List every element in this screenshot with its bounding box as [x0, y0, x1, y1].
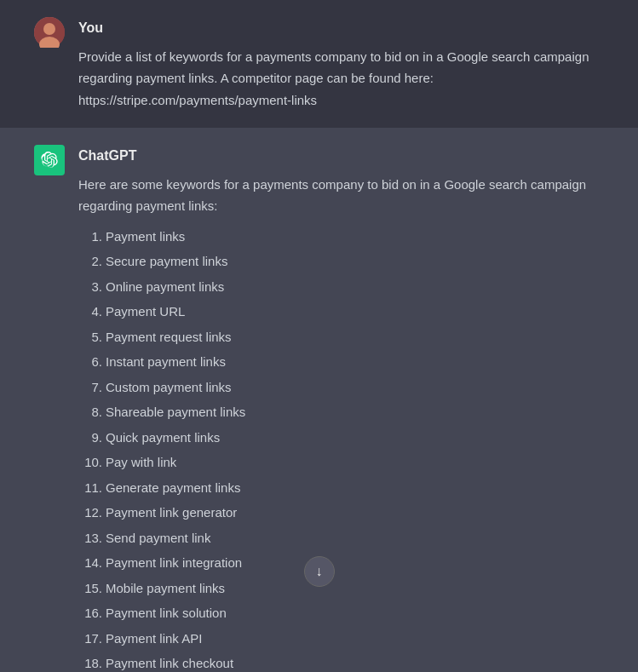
- list-number: 11.: [78, 477, 102, 499]
- list-item-text: Payment URL: [106, 301, 185, 323]
- scroll-down-icon: ↓: [316, 564, 323, 579]
- user-sender-name: You: [78, 17, 604, 39]
- scroll-down-button[interactable]: ↓: [304, 556, 335, 587]
- assistant-avatar: [34, 145, 65, 175]
- list-item: 13.Send payment link: [78, 526, 604, 551]
- list-item-text: Custom payment links: [106, 376, 232, 399]
- list-item: 16.Payment link solution: [78, 600, 604, 626]
- list-number: 5.: [78, 326, 102, 348]
- list-item: 17.Payment link API: [78, 626, 604, 652]
- list-number: 2.: [78, 250, 102, 273]
- list-item-text: Payment link generator: [106, 502, 237, 524]
- list-item-text: Generate payment links: [106, 477, 240, 499]
- list-item: 10.Pay with link: [78, 450, 604, 475]
- list-item: 12.Payment link generator: [78, 500, 604, 526]
- list-item: 6.Instant payment links: [78, 349, 604, 375]
- list-item-text: Payment links: [106, 226, 185, 248]
- user-avatar: [34, 17, 65, 48]
- user-message-text: Provide a list of keywords for a payment…: [78, 46, 604, 112]
- list-number: 1.: [78, 226, 102, 248]
- list-item-text: Online payment links: [106, 276, 224, 298]
- list-number: 13.: [78, 527, 102, 549]
- assistant-sender-name: ChatGPT: [78, 145, 604, 167]
- assistant-intro: Here are some keywords for a payments co…: [78, 174, 604, 217]
- list-item: 3.Online payment links: [78, 274, 604, 300]
- list-item-text: Send payment link: [106, 527, 210, 549]
- keyword-list: 1.Payment links2.Secure payment links3.O…: [78, 224, 604, 672]
- assistant-message-content: ChatGPT Here are some keywords for a pay…: [78, 145, 604, 672]
- list-item: 5.Payment request links: [78, 325, 604, 350]
- list-number: 3.: [78, 276, 102, 298]
- list-number: 10.: [78, 451, 102, 474]
- list-item: 8.Shareable payment links: [78, 399, 604, 425]
- list-item: 15.Mobile payment links: [78, 576, 604, 601]
- list-number: 4.: [78, 301, 102, 323]
- assistant-message-block: ChatGPT Here are some keywords for a pay…: [0, 128, 638, 672]
- list-number: 7.: [78, 376, 102, 399]
- list-number: 18.: [78, 652, 102, 672]
- assistant-message-text: Here are some keywords for a payments co…: [78, 174, 604, 672]
- list-item-text: Payment link integration: [106, 552, 242, 574]
- list-item-text: Instant payment links: [106, 351, 226, 373]
- list-item: 18.Payment link checkout: [78, 651, 604, 672]
- list-item: 14.Payment link integration: [78, 550, 604, 576]
- list-number: 6.: [78, 351, 102, 373]
- list-item-text: Pay with link: [106, 451, 176, 474]
- svg-point-1: [43, 23, 55, 35]
- list-number: 12.: [78, 502, 102, 524]
- list-item: 2.Secure payment links: [78, 249, 604, 274]
- list-number: 8.: [78, 401, 102, 423]
- list-item-text: Mobile payment links: [106, 577, 225, 600]
- list-item-text: Payment link API: [106, 628, 202, 650]
- list-item-text: Secure payment links: [106, 250, 227, 273]
- list-number: 15.: [78, 577, 102, 600]
- list-number: 14.: [78, 552, 102, 574]
- user-message-block: You Provide a list of keywords for a pay…: [0, 0, 638, 128]
- list-item-text: Quick payment links: [106, 427, 220, 449]
- list-item-text: Shareable payment links: [106, 401, 245, 423]
- list-item-text: Payment link checkout: [106, 652, 233, 672]
- list-item-text: Payment request links: [106, 326, 232, 348]
- list-item: 11.Generate payment links: [78, 475, 604, 501]
- list-number: 17.: [78, 628, 102, 650]
- list-item-text: Payment link solution: [106, 602, 227, 624]
- list-item: 7.Custom payment links: [78, 375, 604, 400]
- list-number: 16.: [78, 602, 102, 624]
- list-item: 9.Quick payment links: [78, 425, 604, 451]
- list-item: 1.Payment links: [78, 224, 604, 250]
- list-item: 4.Payment URL: [78, 299, 604, 325]
- list-number: 9.: [78, 427, 102, 449]
- user-message-content: You Provide a list of keywords for a pay…: [78, 17, 604, 111]
